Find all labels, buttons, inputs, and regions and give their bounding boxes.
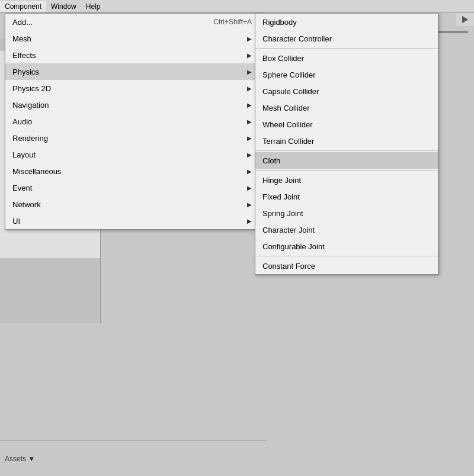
- effects-arrow-icon: ▶: [247, 52, 252, 59]
- main-menu: Add... Ctrl+Shift+A Mesh ▶ Effects ▶ Phy…: [5, 13, 260, 230]
- submenu-sep-2: [255, 150, 438, 151]
- menu-bar: Component Window Help: [0, 0, 474, 13]
- menu-item-event[interactable]: Event ▶: [5, 179, 259, 196]
- submenu-character-joint-label: Character Joint: [262, 226, 315, 234]
- submenu-constant-force[interactable]: Constant Force: [255, 258, 438, 274]
- submenu-spring-joint[interactable]: Spring Joint: [255, 205, 438, 221]
- menu-item-network-label: Network: [12, 200, 41, 209]
- submenu-capsule-collider[interactable]: Capsule Collider: [255, 83, 438, 99]
- submenu-rigidbody[interactable]: Rigidbody: [255, 14, 438, 30]
- submenu-sphere-collider-label: Sphere Collider: [262, 70, 316, 79]
- play-area: [456, 13, 474, 26]
- submenu-configurable-joint[interactable]: Configurable Joint: [255, 238, 438, 255]
- submenu-wheel-collider[interactable]: Wheel Collider: [255, 116, 438, 133]
- ui-arrow-icon: ▶: [247, 218, 252, 224]
- menu-item-miscellaneous-label: Miscellaneous: [12, 167, 61, 176]
- menu-item-effects[interactable]: Effects ▶: [5, 47, 259, 63]
- submenu-configurable-joint-label: Configurable Joint: [262, 242, 325, 251]
- submenu-box-collider[interactable]: Box Collider: [255, 50, 438, 66]
- submenu-hinge-joint[interactable]: Hinge Joint: [255, 172, 438, 188]
- submenu-character-joint[interactable]: Character Joint: [255, 221, 438, 238]
- physics-submenu: Rigidbody Character Controller Box Colli…: [255, 13, 438, 275]
- submenu-capsule-collider-label: Capsule Collider: [262, 87, 319, 96]
- audio-arrow-icon: ▶: [247, 118, 252, 125]
- menu-item-rendering-label: Rendering: [12, 134, 48, 143]
- play-button[interactable]: [462, 16, 468, 23]
- menu-item-network[interactable]: Network ▶: [5, 196, 259, 213]
- assets-bar: Assets ▼: [0, 440, 267, 476]
- submenu-terrain-collider[interactable]: Terrain Collider: [255, 133, 438, 149]
- event-arrow-icon: ▶: [247, 185, 252, 191]
- submenu-box-collider-label: Box Collider: [262, 54, 304, 63]
- menu-item-ui-label: UI: [12, 217, 20, 226]
- mesh-arrow-icon: ▶: [247, 36, 252, 42]
- submenu-sep-1: [255, 48, 438, 49]
- menu-help[interactable]: Help: [81, 1, 105, 12]
- menu-item-add[interactable]: Add... Ctrl+Shift+A: [5, 14, 259, 30]
- menu-item-event-label: Event: [12, 184, 32, 192]
- menu-window[interactable]: Window: [46, 1, 81, 12]
- submenu-fixed-joint-label: Fixed Joint: [262, 192, 300, 201]
- menu-item-physics-label: Physics: [12, 67, 39, 76]
- menu-item-effects-label: Effects: [12, 51, 36, 60]
- menu-item-audio[interactable]: Audio ▶: [5, 113, 259, 130]
- menu-item-add-shortcut: Ctrl+Shift+A: [213, 18, 252, 26]
- menu-item-rendering[interactable]: Rendering ▶: [5, 130, 259, 146]
- submenu-cloth-label: Cloth: [262, 156, 280, 165]
- submenu-fixed-joint[interactable]: Fixed Joint: [255, 188, 438, 205]
- layout-arrow-icon: ▶: [247, 152, 252, 158]
- network-arrow-icon: ▶: [247, 201, 252, 208]
- menu-item-layout-label: Layout: [12, 150, 36, 159]
- submenu-mesh-collider-label: Mesh Collider: [262, 104, 309, 112]
- submenu-wheel-collider-label: Wheel Collider: [262, 120, 313, 129]
- menu-item-mesh-label: Mesh: [12, 34, 31, 43]
- menu-item-physics2d[interactable]: Physics 2D ▶: [5, 80, 259, 97]
- submenu-constant-force-label: Constant Force: [262, 262, 315, 271]
- menu-item-physics2d-label: Physics 2D: [12, 84, 51, 93]
- navigation-arrow-icon: ▶: [247, 102, 252, 108]
- menu-item-ui[interactable]: UI ▶: [5, 213, 259, 229]
- menu-item-miscellaneous[interactable]: Miscellaneous ▶: [5, 163, 259, 179]
- menu-item-layout[interactable]: Layout ▶: [5, 146, 259, 163]
- physics2d-arrow-icon: ▶: [247, 85, 252, 92]
- submenu-terrain-collider-label: Terrain Collider: [262, 137, 314, 146]
- submenu-character-controller-label: Character Controller: [262, 34, 332, 43]
- miscellaneous-arrow-icon: ▶: [247, 168, 252, 175]
- menu-item-add-label: Add...: [12, 18, 33, 27]
- menu-item-navigation[interactable]: Navigation ▶: [5, 97, 259, 113]
- menu-item-navigation-label: Navigation: [12, 101, 49, 110]
- physics-arrow-icon: ▶: [247, 69, 252, 75]
- menu-component[interactable]: Component: [0, 1, 46, 12]
- submenu-sphere-collider[interactable]: Sphere Collider: [255, 66, 438, 83]
- rendering-arrow-icon: ▶: [247, 135, 252, 141]
- menu-item-audio-label: Audio: [12, 117, 32, 126]
- submenu-character-controller[interactable]: Character Controller: [255, 30, 438, 47]
- assets-label[interactable]: Assets ▼: [5, 455, 35, 463]
- submenu-sep-3: [255, 170, 438, 171]
- submenu-rigidbody-label: Rigidbody: [262, 18, 297, 27]
- submenu-hinge-joint-label: Hinge Joint: [262, 176, 301, 185]
- menu-item-physics[interactable]: Physics ▶: [5, 63, 259, 80]
- submenu-cloth[interactable]: Cloth: [255, 152, 438, 169]
- submenu-mesh-collider[interactable]: Mesh Collider: [255, 99, 438, 116]
- submenu-sep-4: [255, 256, 438, 256]
- submenu-spring-joint-label: Spring Joint: [262, 209, 303, 218]
- menu-item-mesh[interactable]: Mesh ▶: [5, 30, 259, 47]
